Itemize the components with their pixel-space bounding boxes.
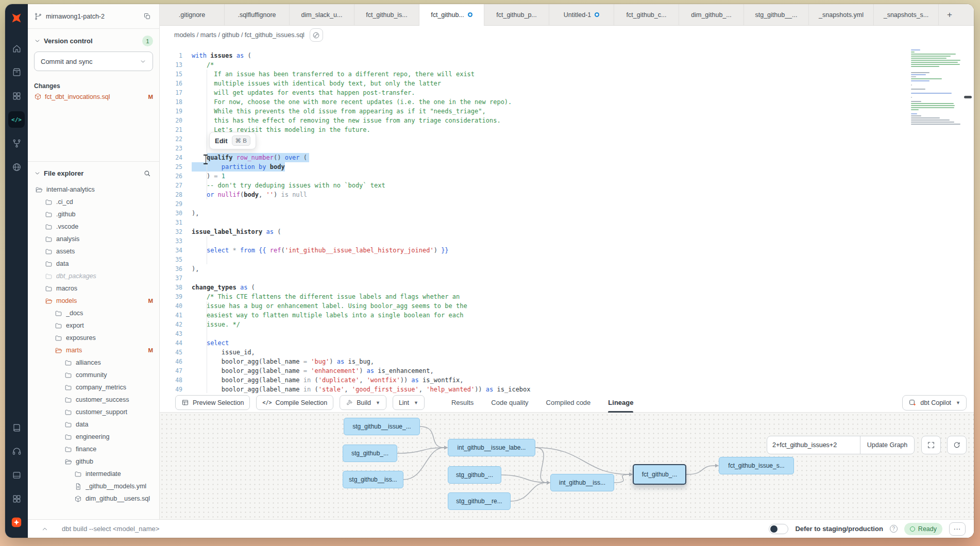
file-tree-item-assets[interactable]: assets bbox=[28, 245, 159, 258]
code-line-40[interactable]: 40 issue has a bug or enhancement label.… bbox=[160, 301, 974, 311]
code-line-21[interactable]: 21 Let's revisit this modeling in the fu… bbox=[160, 125, 974, 134]
grid-icon[interactable] bbox=[8, 88, 25, 104]
commit-and-sync-button[interactable]: Commit and sync bbox=[34, 52, 153, 71]
version-control-section-header[interactable]: Version control 1 bbox=[34, 36, 153, 46]
file-tree-item-marts[interactable]: martsM bbox=[28, 344, 159, 356]
code-line-49[interactable]: 49 boolor_agg(label_name in ('stale', 'g… bbox=[160, 385, 974, 393]
tab-fct_github_p...[interactable]: fct_github_p... bbox=[484, 4, 549, 25]
refresh-graph-button[interactable] bbox=[947, 436, 967, 454]
lint-button[interactable]: Lint▼ bbox=[393, 395, 425, 410]
code-line-19[interactable]: 19 While this prevents the old issue fro… bbox=[160, 107, 974, 116]
more-options-button[interactable]: ... bbox=[949, 522, 966, 536]
globe-icon[interactable] bbox=[8, 159, 25, 175]
lineage-node-n9[interactable]: fct_github_issue_s... bbox=[719, 457, 794, 474]
code-line-24[interactable]: 24 qualify row_number() over ( bbox=[160, 153, 974, 162]
code-line-18[interactable]: 18 For now, choose the one with more rec… bbox=[160, 97, 974, 107]
preview-selection-button[interactable]: Preview Selection bbox=[175, 395, 250, 410]
file-tree-item-.vscode[interactable]: .vscode bbox=[28, 220, 159, 233]
file-tree-item-data[interactable]: data bbox=[28, 418, 159, 431]
minimap[interactable] bbox=[911, 49, 962, 126]
tab-dim_github_...[interactable]: dim_github_... bbox=[679, 4, 744, 25]
code-line-36[interactable]: 36), bbox=[160, 264, 974, 274]
notebook-icon[interactable] bbox=[8, 419, 25, 436]
defer-toggle[interactable] bbox=[769, 524, 788, 534]
file-tree-item-export[interactable]: export bbox=[28, 319, 159, 332]
code-line-16[interactable]: 16 multiple issues with identical body t… bbox=[160, 79, 974, 88]
build-button[interactable]: Build▼ bbox=[340, 395, 386, 410]
file-tree-item-_docs[interactable]: _docs bbox=[28, 307, 159, 319]
code-line-23[interactable]: 23 bbox=[160, 144, 974, 153]
tab-Untitled-1[interactable]: Untitled-1 bbox=[549, 4, 614, 25]
code-line-45[interactable]: 45 issue_id, bbox=[160, 348, 974, 357]
file-tree-item-exposures[interactable]: exposures bbox=[28, 332, 159, 344]
file-tree-item-finance[interactable]: finance bbox=[28, 443, 159, 455]
result-tab-code-quality[interactable]: Code quality bbox=[491, 393, 528, 413]
code-line-43[interactable]: 43 bbox=[160, 329, 974, 338]
file-tree-item-.ci_cd[interactable]: .ci_cd bbox=[28, 196, 159, 208]
code-line-30[interactable]: 30), bbox=[160, 209, 974, 218]
command-input[interactable]: dbt build --select <model_name> bbox=[62, 525, 159, 533]
code-line-37[interactable]: 37 bbox=[160, 274, 974, 283]
tab-fct_github...[interactable]: fct_github... bbox=[419, 4, 484, 25]
code-line-33[interactable]: 33 bbox=[160, 236, 974, 246]
file-tree-item-customer_support[interactable]: customer_support bbox=[28, 406, 159, 418]
scrollbar-thumb[interactable] bbox=[964, 96, 972, 98]
window-icon[interactable] bbox=[8, 467, 25, 483]
file-explorer-header[interactable]: File explorer bbox=[34, 167, 153, 179]
update-graph-button[interactable]: Update Graph bbox=[860, 436, 915, 454]
code-line-42[interactable]: 42 issue. */ bbox=[160, 320, 974, 329]
lineage-node-n1[interactable]: stg_github__issue_... bbox=[344, 418, 420, 435]
collapse-command-bar-icon[interactable] bbox=[41, 525, 48, 533]
apps-icon[interactable] bbox=[8, 490, 25, 507]
code-line-15[interactable]: 15 If an issue has been transferred to a… bbox=[160, 70, 974, 79]
code-line-39[interactable]: 39 /* This CTE flattens the different is… bbox=[160, 292, 974, 301]
database-icon[interactable] bbox=[8, 64, 25, 80]
headset-icon[interactable] bbox=[8, 443, 25, 459]
file-tree-item-engineering[interactable]: engineering bbox=[28, 431, 159, 443]
edit-popover[interactable]: Edit ⌘ B bbox=[209, 132, 256, 149]
tab-.gitignore[interactable]: .gitignore bbox=[160, 4, 225, 25]
code-line-47[interactable]: 47 boolor_agg(label_name = 'enhancement'… bbox=[160, 366, 974, 376]
compile-selection-button[interactable]: </>Compile Selection bbox=[256, 395, 333, 410]
search-icon[interactable] bbox=[141, 167, 153, 179]
file-tree-item-.github[interactable]: .github bbox=[28, 208, 159, 220]
git-fork-icon[interactable] bbox=[8, 135, 25, 151]
fullscreen-button[interactable] bbox=[921, 436, 941, 454]
file-tree-item-internal-analytics[interactable]: internal-analytics bbox=[28, 183, 159, 196]
code-line-44[interactable]: 44 select bbox=[160, 338, 974, 348]
edit-popover-label[interactable]: Edit bbox=[215, 137, 228, 145]
tab-dim_slack_u...[interactable]: dim_slack_u... bbox=[290, 4, 354, 25]
code-line-32[interactable]: 32issue_label_history as ( bbox=[160, 227, 974, 236]
dbt-logo-icon[interactable] bbox=[10, 11, 23, 27]
code-line-28[interactable]: 28 or nullif(body, '') is null bbox=[160, 190, 974, 199]
copy-branch-icon[interactable] bbox=[141, 10, 153, 23]
code-line-31[interactable]: 31 bbox=[160, 218, 974, 227]
code-line-22[interactable]: 22 bbox=[160, 134, 974, 144]
code-line-13[interactable]: 13 /* bbox=[160, 60, 974, 70]
tab-_snapshots_s...[interactable]: _snapshots_s... bbox=[874, 4, 939, 25]
code-line-34[interactable]: 34 select * from {{ ref('int_github__iss… bbox=[160, 246, 974, 255]
lineage-node-n5[interactable]: stg_github_... bbox=[448, 466, 501, 484]
code-line-20[interactable]: 20 this has the effect of removing the n… bbox=[160, 116, 974, 125]
code-editor-icon[interactable]: </> bbox=[8, 111, 25, 128]
changed-file-row[interactable]: fct_dbt_invocations.sql M bbox=[34, 93, 153, 100]
lineage-node-n2[interactable]: stg_github_... bbox=[343, 445, 397, 462]
file-tree-item-macros[interactable]: macros bbox=[28, 282, 159, 295]
code-line-29[interactable]: 29 bbox=[160, 199, 974, 209]
tab-stg_github__...[interactable]: stg_github__... bbox=[744, 4, 809, 25]
code-line-35[interactable]: 35 bbox=[160, 255, 974, 264]
lineage-node-n3[interactable]: stg_github__iss... bbox=[343, 471, 403, 488]
file-tree-item-analysis[interactable]: analysis bbox=[28, 233, 159, 245]
file-tree-item-_github__models.yml[interactable]: _github__models.yml bbox=[28, 480, 159, 492]
help-icon[interactable]: ? bbox=[890, 525, 898, 533]
file-tree-item-alliances[interactable]: alliances bbox=[28, 356, 159, 369]
code-line-26[interactable]: 26 ) = 1 bbox=[160, 172, 974, 181]
file-tree-item-models[interactable]: modelsM bbox=[28, 295, 159, 307]
tab-fct_github_is...[interactable]: fct_github_is... bbox=[354, 4, 419, 25]
file-tree-item-community[interactable]: community bbox=[28, 369, 159, 381]
file-tree-item-dbt_packages[interactable]: dbt_packages bbox=[28, 270, 159, 282]
code-line-38[interactable]: 38change_types as ( bbox=[160, 283, 974, 292]
lineage-node-n6[interactable]: stg_github__re... bbox=[448, 492, 511, 510]
dbt-copilot-button[interactable]: dbt Copilot ▼ bbox=[902, 395, 967, 411]
file-tree-item-intermediate[interactable]: intermediate bbox=[28, 468, 159, 480]
